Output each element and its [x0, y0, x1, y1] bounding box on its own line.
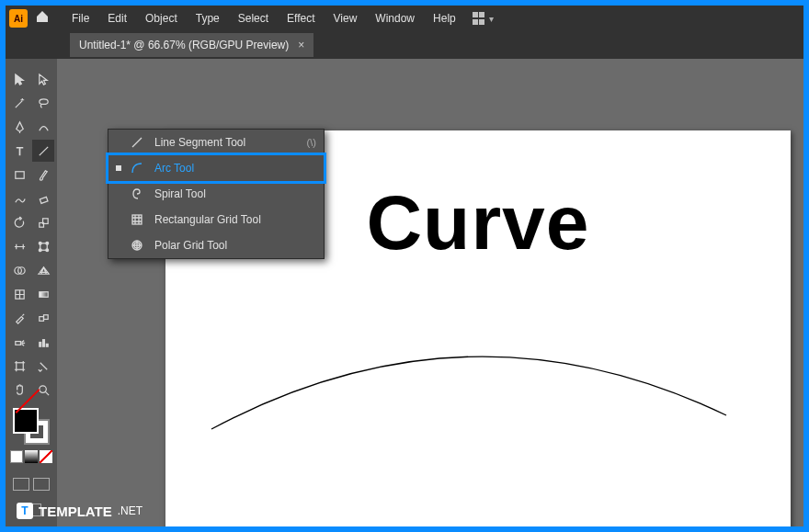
line-tool-flyout: Line Segment Tool (\) Arc Tool Spiral To…: [108, 129, 325, 259]
rotate-tool-icon[interactable]: [8, 211, 30, 233]
mesh-tool-icon[interactable]: [8, 283, 30, 305]
eyedropper-tool-icon[interactable]: [8, 307, 30, 329]
flyout-item-label: Line Segment Tool: [154, 136, 245, 149]
free-transform-tool-icon[interactable]: [32, 235, 54, 257]
symbol-sprayer-tool-icon[interactable]: [8, 331, 30, 353]
line-segment-tool-icon[interactable]: [32, 140, 54, 162]
svg-rect-18: [42, 339, 44, 346]
workspace-switcher[interactable]: ▾: [473, 12, 494, 25]
svg-rect-19: [46, 344, 48, 346]
artboard-text: Curve: [366, 178, 589, 267]
color-mode-gradient[interactable]: [25, 450, 38, 463]
svg-rect-22: [132, 215, 142, 224]
slice-tool-icon[interactable]: [32, 355, 54, 377]
color-mode-solid[interactable]: [10, 450, 23, 463]
type-tool-icon[interactable]: [8, 140, 30, 162]
magic-wand-tool-icon[interactable]: [8, 92, 30, 114]
svg-point-6: [39, 242, 41, 244]
selection-tool-icon[interactable]: [8, 68, 30, 90]
rect-grid-icon: [129, 212, 145, 227]
curvature-tool-icon[interactable]: [32, 116, 54, 138]
polar-grid-icon: [129, 238, 145, 253]
hand-tool-icon[interactable]: [8, 379, 30, 401]
menu-help[interactable]: Help: [424, 8, 465, 28]
watermark-text: TEMPLATE: [39, 504, 112, 519]
flyout-item-label: Polar Grid Tool: [154, 239, 227, 252]
svg-rect-14: [39, 316, 43, 321]
menu-bar: File Edit Object Type Select Effect View…: [63, 6, 494, 31]
document-tab-bar: Untitled-1* @ 66.67% (RGB/GPU Preview) ×: [6, 31, 803, 59]
tool-panel: [6, 59, 57, 526]
svg-rect-1: [15, 171, 23, 178]
flyout-arc-tool[interactable]: Arc Tool: [108, 155, 324, 181]
lasso-tool-icon[interactable]: [32, 92, 54, 114]
line-icon: [129, 135, 145, 150]
rectangle-tool-icon[interactable]: [8, 164, 30, 186]
app-logo: Ai: [9, 9, 28, 28]
menu-effect[interactable]: Effect: [278, 8, 324, 28]
fill-stroke-swatches[interactable]: [11, 408, 51, 447]
flyout-item-label: Arc Tool: [154, 162, 194, 175]
flyout-spiral-tool[interactable]: Spiral Tool: [108, 181, 324, 207]
perspective-grid-tool-icon[interactable]: [32, 259, 54, 281]
close-icon[interactable]: ×: [298, 39, 304, 51]
eraser-tool-icon[interactable]: [32, 187, 54, 209]
flyout-rectangular-grid-tool[interactable]: Rectangular Grid Tool: [108, 207, 324, 232]
flyout-polar-grid-tool[interactable]: Polar Grid Tool: [108, 232, 324, 258]
watermark: T TEMPLATE.NET: [17, 503, 142, 519]
title-bar: Ai File Edit Object Type Select Effect V…: [6, 6, 803, 31]
menu-object[interactable]: Object: [136, 8, 187, 28]
watermark-icon: T: [17, 503, 33, 519]
svg-point-7: [45, 242, 48, 244]
shape-builder-tool-icon[interactable]: [8, 259, 30, 281]
scale-tool-icon[interactable]: [32, 211, 54, 233]
spiral-icon: [129, 187, 145, 201]
grid-icon: [473, 12, 485, 25]
svg-rect-16: [15, 341, 20, 345]
flyout-item-label: Spiral Tool: [154, 187, 206, 200]
arc-icon: [129, 161, 145, 175]
flyout-line-segment-tool[interactable]: Line Segment Tool (\): [108, 130, 324, 155]
watermark-suffix: .NET: [118, 504, 142, 517]
column-graph-tool-icon[interactable]: [32, 331, 54, 353]
svg-point-8: [39, 248, 41, 251]
fill-swatch[interactable]: [13, 408, 39, 434]
pen-tool-icon[interactable]: [8, 116, 30, 138]
menu-window[interactable]: Window: [366, 8, 424, 28]
svg-rect-20: [16, 362, 23, 369]
width-tool-icon[interactable]: [8, 235, 30, 257]
document-tab[interactable]: Untitled-1* @ 66.67% (RGB/GPU Preview) ×: [70, 33, 313, 57]
svg-rect-15: [43, 314, 48, 319]
menu-file[interactable]: File: [63, 8, 98, 28]
draw-mode-normal-icon[interactable]: [13, 478, 29, 491]
svg-point-9: [45, 248, 48, 251]
menu-type[interactable]: Type: [187, 8, 229, 28]
blend-tool-icon[interactable]: [32, 307, 54, 329]
arc-path: [202, 328, 735, 438]
flyout-item-shortcut: (\): [307, 137, 316, 148]
menu-edit[interactable]: Edit: [98, 8, 136, 28]
color-mode-swatches[interactable]: [10, 450, 52, 463]
direct-selection-tool-icon[interactable]: [32, 68, 54, 90]
svg-point-0: [39, 98, 47, 104]
home-icon[interactable]: [35, 9, 50, 28]
svg-rect-17: [39, 342, 40, 346]
shaper-tool-icon[interactable]: [8, 187, 30, 209]
zoom-tool-icon[interactable]: [32, 379, 54, 401]
flyout-item-label: Rectangular Grid Tool: [154, 213, 261, 226]
tab-title: Untitled-1* @ 66.67% (RGB/GPU Preview): [79, 39, 289, 51]
svg-rect-13: [39, 291, 47, 297]
menu-select[interactable]: Select: [229, 8, 278, 28]
paintbrush-tool-icon[interactable]: [32, 164, 54, 186]
artboard-tool-icon[interactable]: [8, 355, 30, 377]
menu-view[interactable]: View: [325, 8, 367, 28]
draw-mode-behind-icon[interactable]: [33, 478, 50, 491]
svg-rect-2: [40, 197, 48, 203]
gradient-tool-icon[interactable]: [32, 283, 54, 305]
color-mode-none[interactable]: [40, 450, 52, 463]
canvas[interactable]: Curve Line Segment Tool (\) Arc Tool S: [57, 59, 803, 526]
svg-point-21: [39, 385, 46, 392]
